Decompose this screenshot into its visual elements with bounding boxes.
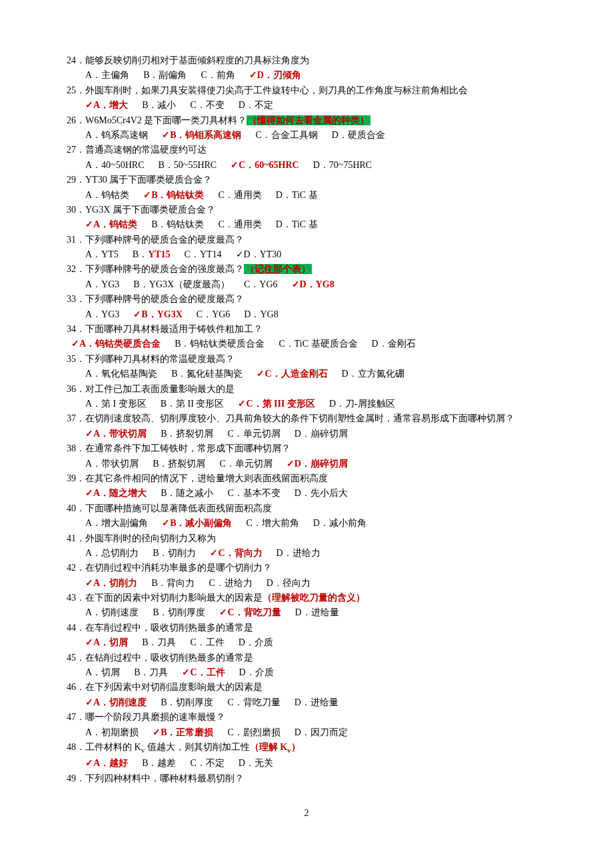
question: 33．下列哪种牌号的硬质合金的硬度最高？ — [67, 292, 546, 307]
option: B．切削厚度 — [153, 607, 205, 617]
option: ✓A．钨钴类 — [85, 219, 137, 229]
option: B．第 II 变形区 — [161, 399, 225, 409]
option: B．50~55HRC — [158, 160, 217, 170]
options: ✓A．切削速度B．切削厚度C．背吃刀量D．进给量 — [67, 695, 546, 710]
option: A．切屑 — [85, 667, 120, 677]
option: C．前角 — [201, 70, 235, 80]
option: ✓C．60~65HRC — [231, 160, 299, 170]
option: B．背向力 — [151, 578, 195, 588]
options: A．带状切屑B．挤裂切屑C．单元切屑✓D．崩碎切屑 — [67, 457, 546, 471]
option: A．切削速度 — [85, 607, 139, 617]
option: ✓D．崩碎切屑 — [287, 459, 348, 469]
option: D．因刀而定 — [295, 727, 348, 737]
option: D．崩碎切屑 — [295, 429, 348, 439]
option: D．70~75HRC — [313, 160, 372, 170]
option: C．单元切屑 — [219, 459, 272, 469]
question: 44．在车削过程中，吸收切削热最多的通常是 — [67, 621, 546, 635]
option: ✓B．钨钴钛类 — [143, 190, 204, 200]
option: C．基本不变 — [227, 488, 280, 498]
question: 48．工件材料的 Kv 值越大，则其切削加工性（理解 Kv） — [67, 740, 546, 756]
options: A．总切削力B．切削力✓C．背向力D．进给力 — [67, 546, 546, 561]
option: ✓B．钨钼系高速钢 — [162, 130, 241, 140]
question: 47．哪一个阶段刀具磨损的速率最慢？ — [67, 710, 546, 725]
options: A．主偏角B．副偏角C．前角✓D．刃倾角 — [67, 68, 546, 83]
question: 30．YG3X 属于下面哪类硬质合金？ — [67, 203, 546, 217]
option: D．YG8 — [244, 309, 278, 319]
options: ✓A．增大B．减小C．不变D．不定 — [67, 98, 546, 113]
option: A．带状切屑 — [85, 459, 139, 469]
option: ✓B．正常磨损 — [153, 727, 213, 737]
question: 29．YT30 属于下面哪类硬质合金？ — [67, 173, 546, 187]
option: A．第 I 变形区 — [85, 399, 147, 409]
options: A．切屑B．刀具✓C．工件D．介质 — [67, 665, 546, 680]
options: ✓A．切削力B．背向力C．进给力D．径向力 — [67, 576, 546, 591]
option: ✓A．切屑 — [85, 637, 128, 647]
option: D．介质 — [239, 637, 273, 647]
options: A．YG3B．YG3X（硬度最高）C．YG6✓D．YG8 — [67, 277, 546, 292]
question: 36．对工件已加工表面质量影响最大的是 — [67, 382, 546, 397]
option: B．越差 — [142, 758, 176, 768]
options: ✓A．钨钴类B．钨钴钛类C．通用类D．TiC 基 — [67, 217, 546, 232]
option: ✓A．钨钴类硬质合金 — [71, 339, 161, 349]
question: 49．下列四种材料中，哪种材料最易切削？ — [67, 771, 546, 786]
option: ✓A．增大 — [85, 100, 128, 110]
option: C．背吃刀量 — [227, 697, 280, 707]
option: ✓B．减小副偏角 — [162, 518, 232, 528]
option: C．不变 — [190, 100, 224, 110]
question: 45．在钻削过程中，吸收切削热最多的通常是 — [67, 651, 546, 665]
option: ✓A．切削力 — [85, 578, 137, 588]
question: 25．外圆车削时，如果刀具安装得使刀尖高于工件旋转中心，则刀具的工作角度与标注前… — [67, 83, 546, 98]
option: C．YG6 — [244, 279, 278, 289]
question: 26．W6Mo5Cr4V2 是下面哪一类刀具材料？（懂得如何去看金属的种类） — [67, 113, 546, 128]
option: A．主偏角 — [85, 70, 129, 80]
option: B．氮化硅基陶瓷 — [171, 369, 243, 379]
options: ✓A．越好B．越差C．不定D．无关 — [67, 756, 546, 771]
question: 32．下列哪种牌号的硬质合金的强度最高？（记住那个表） — [67, 262, 546, 277]
option: ✓C．工件 — [182, 667, 225, 677]
option: ✓C．人造金刚石 — [257, 369, 327, 379]
option: B．切削厚度 — [161, 697, 213, 707]
option: ✓A．切削速度 — [85, 697, 147, 707]
option: C．通用类 — [218, 190, 261, 200]
option: C．增大前角 — [246, 518, 299, 528]
question: 31．下列哪种牌号的硬质合金的硬度最高？ — [67, 233, 546, 247]
option: A．YT5 — [85, 249, 119, 259]
option: D．径向力 — [267, 578, 310, 588]
option: ✓D．YT30 — [236, 249, 282, 259]
option: D．进给力 — [277, 548, 320, 558]
option: ✓D．YG8 — [292, 279, 334, 289]
option: ✓A．随之增大 — [85, 488, 147, 498]
option: ✓A．带状切屑 — [85, 429, 147, 439]
option: B．刀具 — [134, 667, 168, 677]
option: B．钨钴钛类 — [151, 219, 204, 229]
options: A．第 I 变形区B．第 II 变形区✓C．第 III 变形区D．刀-屑接触区 — [67, 397, 546, 411]
option: D．金刚石 — [372, 339, 416, 349]
options: A．40~50HRCB．50~55HRC✓C．60~65HRCD．70~75HR… — [67, 158, 546, 173]
option: B．副偏角 — [143, 70, 187, 80]
option: B．挤裂切屑 — [161, 429, 213, 439]
option: A．钨系高速钢 — [85, 130, 148, 140]
options: A．初期磨损✓B．正常磨损C．剧烈磨损D．因刀而定 — [67, 725, 546, 740]
option: D．先小后大 — [295, 488, 348, 498]
option: B．YT15 — [133, 249, 171, 259]
option: B．钨钴钛类硬质合金 — [175, 339, 265, 349]
options: ✓A．带状切屑B．挤裂切屑C．单元切屑D．崩碎切屑 — [67, 427, 546, 441]
option: A．40~50HRC — [85, 160, 144, 170]
option: B．挤裂切屑 — [153, 459, 205, 469]
options: A．YG3✓B．YG3XC．YG6D．YG8 — [67, 307, 546, 322]
option: C．不定 — [190, 758, 224, 768]
question: 40．下面哪种措施可以显著降低表面残留面积高度 — [67, 501, 546, 516]
question: 39．在其它条件相同的情况下，进给量增大则表面残留面积高度 — [67, 471, 546, 486]
option: ✓C．背向力 — [210, 548, 262, 558]
option: D．减小前角 — [313, 518, 366, 528]
option: D．介质 — [239, 667, 274, 677]
option: D．TiC 基 — [276, 219, 318, 229]
option: C．YT14 — [185, 249, 222, 259]
option: C．合金工具钢 — [255, 130, 317, 140]
option: D．TiC 基 — [276, 190, 318, 200]
options: A．YT5B．YT15C．YT14✓D．YT30 — [67, 247, 546, 262]
option: B．随之减小 — [161, 488, 213, 498]
option: D．进给量 — [295, 607, 339, 617]
option: C．TiC 基硬质合金 — [279, 339, 357, 349]
option: D．刀-屑接触区 — [329, 399, 395, 409]
